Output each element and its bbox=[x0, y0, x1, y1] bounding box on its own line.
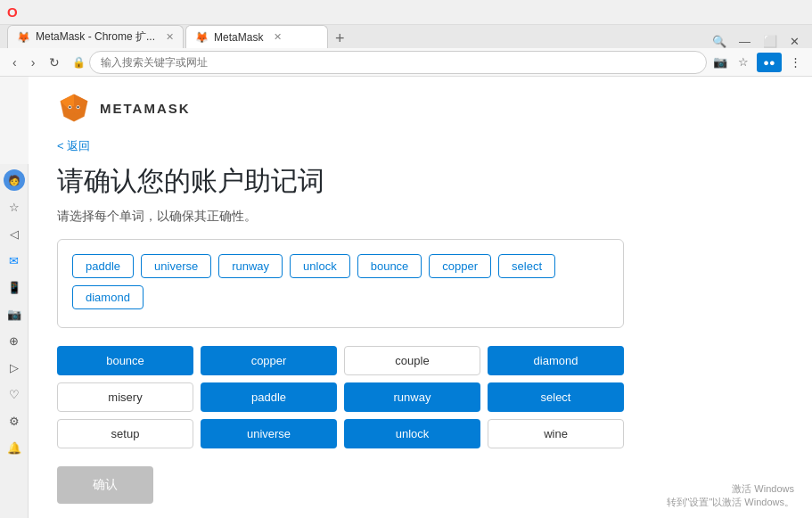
word-grid-button[interactable]: bounce bbox=[57, 346, 193, 375]
back-button[interactable]: ‹ bbox=[7, 52, 22, 73]
sidebar-icon-add[interactable]: ⊕ bbox=[4, 330, 25, 351]
word-grid-button[interactable]: couple bbox=[344, 346, 480, 375]
tab-1-close[interactable]: ✕ bbox=[166, 31, 174, 43]
window-close[interactable]: ✕ bbox=[784, 35, 805, 48]
sidebar-icon-bell[interactable]: 🔔 bbox=[4, 437, 25, 458]
sidebar-icon-phone[interactable]: 📱 bbox=[4, 276, 25, 298]
new-tab-button[interactable]: + bbox=[330, 29, 350, 48]
word-grid-button[interactable]: setup bbox=[57, 419, 193, 448]
opera-logo: O bbox=[7, 4, 18, 20]
tab-2-icon: 🦊 bbox=[195, 31, 209, 44]
window-maximize[interactable]: ⬜ bbox=[758, 35, 783, 48]
selected-word-chip[interactable]: diamond bbox=[72, 285, 144, 309]
menu-icon[interactable]: ⋮ bbox=[785, 53, 805, 72]
word-grid-button[interactable]: universe bbox=[201, 419, 337, 448]
toolbar-right: 📷 ☆ ●● ⋮ bbox=[710, 53, 805, 72]
forward-button[interactable]: › bbox=[26, 52, 41, 73]
sidebar-icon-profile[interactable]: 🧑 bbox=[4, 169, 25, 191]
selected-word-chip[interactable]: runway bbox=[218, 254, 283, 278]
selected-word-chip[interactable]: copper bbox=[429, 254, 491, 278]
sidebar-icon-heart[interactable]: ♡ bbox=[4, 383, 25, 405]
metamask-page: METAMASK < 返回 请确认您的账户助记词 请选择每个单词，以确保其正确性… bbox=[29, 77, 652, 518]
tab-1-label: MetaMask - Chrome 扩... bbox=[36, 29, 155, 45]
selected-word-chip[interactable]: paddle bbox=[72, 254, 134, 278]
sidebar-icon-settings[interactable]: ⚙ bbox=[4, 410, 25, 432]
windows-activate-line2: 转到"设置"以激活 Windows。 bbox=[667, 496, 795, 509]
tab-2[interactable]: 🦊 MetaMask ✕ bbox=[185, 25, 328, 48]
window-minimize[interactable]: — bbox=[734, 35, 756, 48]
browser-titlebar: O bbox=[0, 0, 812, 25]
selected-word-chip[interactable]: unlock bbox=[290, 254, 350, 278]
word-grid-button[interactable]: unlock bbox=[344, 419, 480, 448]
sidebar-icon-star[interactable]: ☆ bbox=[4, 196, 25, 218]
lock-icon: 🔒 bbox=[72, 56, 86, 69]
extensions-icon[interactable]: ●● bbox=[757, 53, 782, 72]
window-search[interactable]: 🔍 bbox=[707, 35, 732, 48]
sidebar-icon-messenger[interactable]: ✉ bbox=[4, 250, 25, 271]
sidebar-icon-instagram[interactable]: 📷 bbox=[4, 303, 25, 325]
word-grid-button[interactable]: select bbox=[488, 382, 624, 412]
page-title: 请确认您的账户助记词 bbox=[57, 163, 624, 200]
tab-2-label: MetaMask bbox=[214, 31, 263, 44]
tab-2-close[interactable]: ✕ bbox=[274, 31, 282, 43]
selected-word-chip[interactable]: select bbox=[498, 254, 555, 278]
address-bar[interactable] bbox=[89, 51, 707, 74]
screenshot-icon[interactable]: 📷 bbox=[710, 53, 730, 72]
word-grid: bouncecoppercouplediamondmiserypaddlerun… bbox=[57, 346, 624, 448]
left-sidebar: 🧑 ☆ ◁ ✉ 📱 📷 ⊕ ▷ ♡ ⚙ 🔔 bbox=[0, 164, 29, 518]
mm-header: METAMASK bbox=[57, 91, 624, 125]
word-grid-button[interactable]: diamond bbox=[488, 346, 624, 375]
word-grid-button[interactable]: copper bbox=[201, 346, 337, 375]
refresh-button[interactable]: ↻ bbox=[44, 52, 65, 73]
browser-content: METAMASK < 返回 请确认您的账户助记词 请选择每个单词，以确保其正确性… bbox=[29, 77, 812, 518]
tab-1-icon: 🦊 bbox=[17, 31, 30, 44]
word-grid-button[interactable]: paddle bbox=[201, 382, 337, 412]
selected-word-chip[interactable]: bounce bbox=[357, 254, 422, 278]
selected-words-box: paddleuniverserunwayunlockbouncecopperse… bbox=[57, 239, 624, 328]
svg-point-7 bbox=[77, 106, 78, 108]
windows-activate-line1: 激活 Windows bbox=[667, 482, 795, 496]
mm-brand-label: METAMASK bbox=[100, 101, 191, 116]
word-grid-button[interactable]: misery bbox=[57, 382, 193, 412]
bookmark-icon[interactable]: ☆ bbox=[734, 53, 753, 72]
page-subtitle: 请选择每个单词，以确保其正确性。 bbox=[57, 209, 624, 225]
sidebar-icon-play[interactable]: ▷ bbox=[4, 357, 25, 378]
windows-activate: 激活 Windows 转到"设置"以激活 Windows。 bbox=[667, 482, 795, 509]
word-grid-button[interactable]: runway bbox=[344, 382, 480, 412]
word-grid-button[interactable]: wine bbox=[488, 419, 624, 448]
selected-word-chip[interactable]: universe bbox=[141, 254, 211, 278]
sidebar-icon-back[interactable]: ◁ bbox=[4, 223, 25, 244]
metamask-logo bbox=[57, 91, 91, 125]
svg-point-6 bbox=[69, 106, 70, 108]
back-link[interactable]: < 返回 bbox=[57, 138, 90, 154]
tab-1[interactable]: 🦊 MetaMask - Chrome 扩... ✕ bbox=[7, 25, 184, 48]
browser-toolbar: ‹ › ↻ 🔒 📷 ☆ ●● ⋮ bbox=[0, 48, 812, 77]
tab-bar: 🦊 MetaMask - Chrome 扩... ✕ 🦊 MetaMask ✕ … bbox=[0, 25, 812, 48]
browser-body: 🧑 ☆ ◁ ✉ 📱 📷 ⊕ ▷ ♡ ⚙ 🔔 bbox=[0, 77, 812, 518]
confirm-button[interactable]: 确认 bbox=[57, 466, 153, 504]
